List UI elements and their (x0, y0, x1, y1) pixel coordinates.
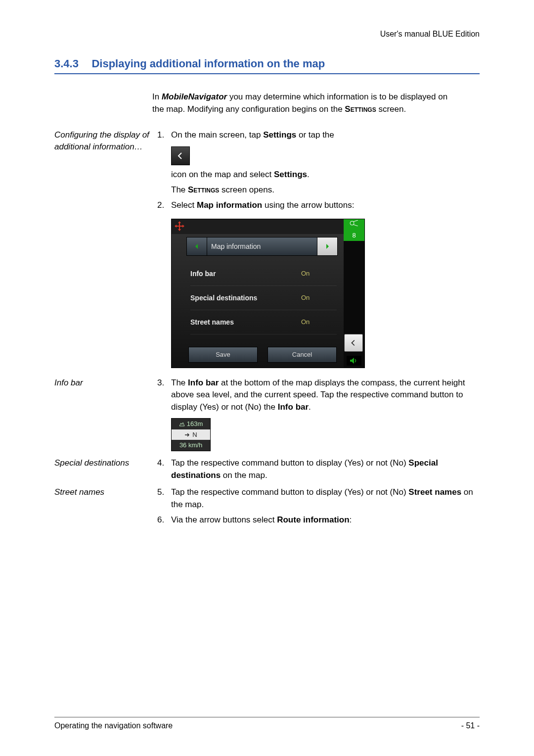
footer-left: Operating the navigation software (54, 721, 173, 730)
step-6: 6. Via the arrow buttons select Route in… (157, 514, 480, 526)
section-title: Displaying additional information on the… (91, 57, 325, 70)
row-label: Info bar (190, 270, 301, 278)
step-5: 5. Tap the respective command button to … (157, 486, 480, 511)
settings-row-street-names[interactable]: Street names On (190, 310, 337, 334)
svg-point-0 (350, 221, 354, 225)
bold: Route information (277, 515, 349, 524)
device-bottom-bar: Save Cancel (188, 347, 337, 363)
infobar-speed: 36 km/h (172, 440, 210, 451)
row-value: On (301, 294, 337, 301)
step-number: 4. (157, 457, 171, 481)
direction-value: N (192, 430, 197, 440)
bold: Street names (408, 487, 461, 497)
move-icon[interactable] (174, 220, 185, 232)
settings-row-special-destinations[interactable]: Special destinations On (190, 286, 337, 310)
body-col: 1. On the main screen, tap Settings or t… (157, 129, 480, 375)
text: or tap the (296, 130, 334, 140)
device-settings-list: Info bar On Special destinations On Stre… (190, 262, 337, 334)
step-number: 5. (157, 486, 171, 511)
gps-status[interactable]: 8 (344, 219, 364, 241)
bold: Settings (274, 170, 307, 179)
volume-icon[interactable] (347, 356, 361, 366)
bold: Settings (263, 130, 296, 140)
text: In (152, 92, 162, 101)
bold: Map information (197, 200, 262, 210)
text: icon on the map and select (171, 170, 274, 179)
step-1-result: The Settings screen opens. (171, 184, 480, 196)
step-number: 6. (157, 514, 171, 526)
margin-note-configure: Configuring the display of additional in… (54, 129, 157, 375)
arrow-right-button[interactable] (317, 237, 338, 256)
text: The (171, 185, 188, 194)
settings-smallcaps: Settings (345, 104, 376, 114)
step-1-continued: icon on the map and select Settings. (171, 168, 480, 181)
infobar-direction: N (172, 429, 210, 440)
body-col: 5. Tap the respective command button to … (157, 486, 480, 529)
text: Tap the respective command button to dis… (171, 487, 408, 497)
step-text: The Info bar at the bottom of the map di… (171, 377, 480, 414)
text: screen opens. (219, 185, 274, 194)
text: : (350, 515, 352, 524)
text: Select (171, 200, 197, 210)
margin-note-street-names: Street names (54, 486, 157, 529)
text: . (309, 402, 311, 412)
product-name: MobileNavigator (162, 92, 227, 101)
step-2: 2. Select Map information using the arro… (157, 199, 480, 212)
altitude-value: 163m (187, 419, 203, 429)
section-number: 3.4.3 (54, 57, 79, 70)
page: User's manual BLUE Edition 3.4.3 Display… (0, 0, 534, 756)
row-step-3: Info bar 3. The Info bar at the bottom o… (54, 377, 480, 455)
text: The (171, 378, 188, 387)
row-label: Street names (190, 318, 301, 326)
step-text: Select Map information using the arrow b… (171, 199, 480, 212)
side-back-button[interactable] (344, 334, 363, 352)
text: Tap the respective command button to dis… (171, 458, 408, 468)
device-screenshot: 8 Map information (171, 219, 365, 368)
step-4: 4. Tap the respective command button to … (157, 457, 480, 481)
row-step-4: Special destinations 4. Tap the respecti… (54, 457, 480, 484)
settings-smallcaps: Settings (188, 185, 219, 194)
text: screen. (376, 104, 406, 114)
row-step-5: Street names 5. Tap the respective comma… (54, 486, 480, 529)
footer-page-number: - 51 - (461, 721, 480, 730)
step-number: 2. (157, 199, 171, 212)
step-1: 1. On the main screen, tap Settings or t… (157, 129, 480, 142)
infobar-altitude: 163m (172, 419, 210, 429)
settings-row-infobar[interactable]: Info bar On (190, 262, 337, 286)
row-step-1: Configuring the display of additional in… (54, 129, 480, 375)
device-tabbar: Map information (186, 237, 338, 256)
text: using the arrow buttons: (262, 200, 354, 210)
save-button[interactable]: Save (188, 347, 258, 363)
compass-arrow-icon (184, 432, 190, 437)
step-number: 3. (157, 377, 171, 414)
step-text: Via the arrow buttons select Route infor… (171, 514, 480, 526)
step-number: 1. (157, 129, 171, 142)
mountain-icon (179, 422, 185, 426)
step-text: Tap the respective command button to dis… (171, 486, 480, 511)
row-value: On (301, 270, 337, 277)
device-topbar (172, 219, 344, 234)
body-col: 4. Tap the respective command button to … (157, 457, 480, 484)
step-text: Tap the respective command button to dis… (171, 457, 480, 481)
step-3: 3. The Info bar at the bottom of the map… (157, 377, 480, 414)
running-head: User's manual BLUE Edition (54, 30, 480, 39)
margin-note-special-destinations: Special destinations (54, 457, 157, 484)
page-footer: Operating the navigation software - 51 - (54, 717, 480, 730)
text: On the main screen, tap (171, 130, 263, 140)
bold: Info bar (278, 402, 309, 412)
gps-count: 8 (344, 232, 364, 239)
section-heading: 3.4.3 Displaying additional information … (54, 57, 480, 74)
step-text: On the main screen, tap Settings or tap … (171, 129, 480, 142)
intro-paragraph: In MobileNavigator you may determine whi… (152, 91, 459, 115)
bold: Info bar (188, 378, 219, 387)
margin-note-infobar: Info bar (54, 377, 157, 455)
row-value: On (301, 318, 337, 326)
text: on the map. (221, 471, 267, 480)
back-arrow-icon[interactable] (171, 146, 190, 165)
tab-title: Map information (207, 237, 317, 256)
cancel-button[interactable]: Cancel (267, 347, 337, 363)
infobar-widget: 163m N 36 km/h (171, 418, 211, 451)
text: Via the arrow buttons select (171, 515, 277, 524)
body-col: 3. The Info bar at the bottom of the map… (157, 377, 480, 455)
arrow-left-button[interactable] (186, 237, 207, 256)
